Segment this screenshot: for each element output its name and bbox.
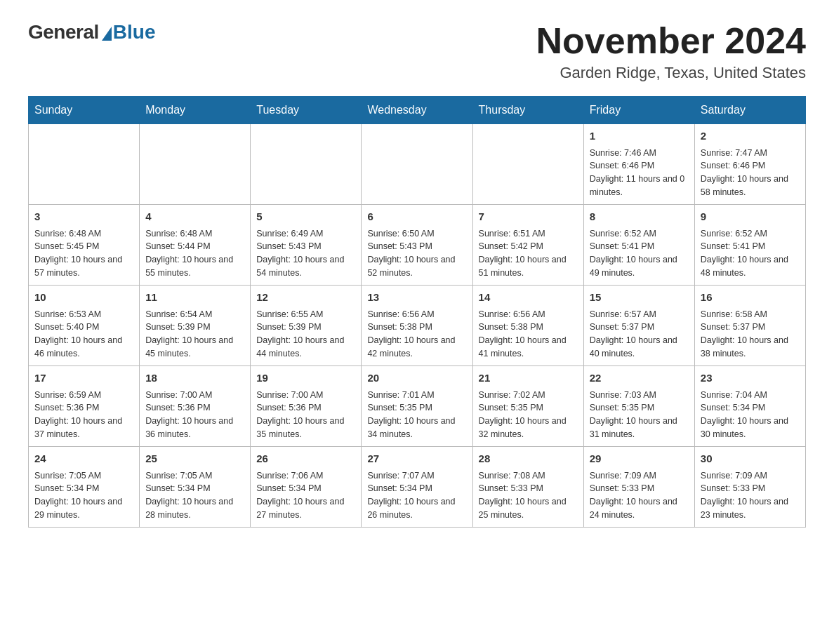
day-info: Daylight: 10 hours and 37 minutes. xyxy=(34,415,133,441)
day-number: 28 xyxy=(479,451,578,467)
day-info: Sunrise: 7:07 AM xyxy=(367,469,466,483)
day-number: 12 xyxy=(256,290,355,306)
day-info: Daylight: 10 hours and 31 minutes. xyxy=(590,415,689,441)
title-area: November 2024 Garden Ridge, Texas, Unite… xyxy=(536,21,806,82)
day-number: 29 xyxy=(590,451,689,467)
day-info: Sunrise: 6:59 AM xyxy=(34,389,133,402)
calendar-cell: 12Sunrise: 6:55 AMSunset: 5:39 PMDayligh… xyxy=(251,286,362,366)
calendar-cell: 23Sunrise: 7:04 AMSunset: 5:34 PMDayligh… xyxy=(694,366,805,447)
day-info: Sunset: 6:46 PM xyxy=(590,159,689,173)
calendar-cell: 30Sunrise: 7:09 AMSunset: 5:33 PMDayligh… xyxy=(694,447,805,528)
calendar-cell xyxy=(29,124,140,205)
calendar-cell: 11Sunrise: 6:54 AMSunset: 5:39 PMDayligh… xyxy=(140,286,251,366)
calendar-cell: 1Sunrise: 7:46 AMSunset: 6:46 PMDaylight… xyxy=(583,124,694,205)
day-info: Sunrise: 7:05 AM xyxy=(145,469,244,483)
day-info: Sunset: 5:39 PM xyxy=(256,321,355,334)
day-info: Sunset: 5:34 PM xyxy=(34,482,133,495)
day-info: Daylight: 10 hours and 25 minutes. xyxy=(479,495,578,522)
day-info: Sunset: 5:36 PM xyxy=(34,401,133,415)
calendar-cell: 10Sunrise: 6:53 AMSunset: 5:40 PMDayligh… xyxy=(29,286,140,366)
day-number: 17 xyxy=(34,370,133,387)
day-number: 22 xyxy=(590,370,689,387)
calendar-cell: 5Sunrise: 6:49 AMSunset: 5:43 PMDaylight… xyxy=(251,205,362,286)
calendar-cell: 14Sunrise: 6:56 AMSunset: 5:38 PMDayligh… xyxy=(472,286,583,366)
day-info: Sunset: 5:42 PM xyxy=(479,240,578,253)
calendar-cell: 8Sunrise: 6:52 AMSunset: 5:41 PMDaylight… xyxy=(583,205,694,286)
day-number: 30 xyxy=(701,451,800,467)
day-info: Sunset: 5:36 PM xyxy=(145,401,244,415)
day-info: Sunrise: 7:04 AM xyxy=(701,389,800,402)
day-number: 24 xyxy=(34,451,133,467)
weekday-header-row: SundayMondayTuesdayWednesdayThursdayFrid… xyxy=(29,97,806,124)
calendar-cell: 13Sunrise: 6:56 AMSunset: 5:38 PMDayligh… xyxy=(362,286,472,366)
day-info: Daylight: 10 hours and 23 minutes. xyxy=(701,495,800,522)
calendar-cell: 19Sunrise: 7:00 AMSunset: 5:36 PMDayligh… xyxy=(251,366,362,447)
logo: General Blue xyxy=(28,21,155,43)
day-info: Sunset: 5:35 PM xyxy=(590,401,689,415)
header: General Blue November 2024 Garden Ridge,… xyxy=(28,21,806,82)
week-row-5: 24Sunrise: 7:05 AMSunset: 5:34 PMDayligh… xyxy=(29,447,806,528)
calendar-cell: 21Sunrise: 7:02 AMSunset: 5:35 PMDayligh… xyxy=(472,366,583,447)
day-info: Daylight: 10 hours and 46 minutes. xyxy=(34,334,133,361)
calendar-cell: 28Sunrise: 7:08 AMSunset: 5:33 PMDayligh… xyxy=(472,447,583,528)
day-number: 3 xyxy=(34,209,133,225)
calendar-cell: 9Sunrise: 6:52 AMSunset: 5:41 PMDaylight… xyxy=(694,205,805,286)
day-number: 20 xyxy=(367,370,466,387)
day-info: Daylight: 10 hours and 44 minutes. xyxy=(256,334,355,361)
calendar-cell: 22Sunrise: 7:03 AMSunset: 5:35 PMDayligh… xyxy=(583,366,694,447)
day-info: Sunset: 5:37 PM xyxy=(701,321,800,334)
day-info: Daylight: 10 hours and 34 minutes. xyxy=(367,415,466,441)
day-number: 26 xyxy=(256,451,355,467)
calendar-cell xyxy=(472,124,583,205)
day-info: Sunset: 5:34 PM xyxy=(701,401,800,415)
day-info: Daylight: 10 hours and 27 minutes. xyxy=(256,495,355,522)
day-info: Sunset: 5:43 PM xyxy=(367,240,466,253)
day-info: Daylight: 10 hours and 49 minutes. xyxy=(590,253,689,280)
day-info: Daylight: 10 hours and 24 minutes. xyxy=(590,495,689,522)
day-number: 18 xyxy=(145,370,244,387)
day-info: Sunset: 5:41 PM xyxy=(590,240,689,253)
day-info: Daylight: 10 hours and 35 minutes. xyxy=(256,415,355,441)
day-info: Daylight: 10 hours and 38 minutes. xyxy=(701,334,800,361)
day-info: Daylight: 10 hours and 57 minutes. xyxy=(34,253,133,280)
logo-blue-text: Blue xyxy=(113,21,156,43)
calendar-cell: 3Sunrise: 6:48 AMSunset: 5:45 PMDaylight… xyxy=(29,205,140,286)
weekday-header-monday: Monday xyxy=(140,97,251,124)
day-info: Daylight: 10 hours and 30 minutes. xyxy=(701,415,800,441)
day-info: Daylight: 10 hours and 55 minutes. xyxy=(145,253,244,280)
week-row-4: 17Sunrise: 6:59 AMSunset: 5:36 PMDayligh… xyxy=(29,366,806,447)
calendar-cell: 26Sunrise: 7:06 AMSunset: 5:34 PMDayligh… xyxy=(251,447,362,528)
calendar-cell: 17Sunrise: 6:59 AMSunset: 5:36 PMDayligh… xyxy=(29,366,140,447)
day-number: 23 xyxy=(701,370,800,387)
weekday-header-thursday: Thursday xyxy=(472,97,583,124)
day-info: Sunset: 5:37 PM xyxy=(590,321,689,334)
day-info: Sunrise: 6:49 AM xyxy=(256,227,355,241)
day-info: Sunrise: 7:05 AM xyxy=(34,469,133,483)
day-number: 6 xyxy=(367,209,466,225)
day-info: Daylight: 10 hours and 52 minutes. xyxy=(367,253,466,280)
day-info: Sunrise: 6:58 AM xyxy=(701,308,800,321)
day-info: Sunrise: 6:50 AM xyxy=(367,227,466,241)
calendar-cell: 4Sunrise: 6:48 AMSunset: 5:44 PMDaylight… xyxy=(140,205,251,286)
week-row-1: 1Sunrise: 7:46 AMSunset: 6:46 PMDaylight… xyxy=(29,124,806,205)
weekday-header-tuesday: Tuesday xyxy=(251,97,362,124)
weekday-header-saturday: Saturday xyxy=(694,97,805,124)
calendar-cell: 15Sunrise: 6:57 AMSunset: 5:37 PMDayligh… xyxy=(583,286,694,366)
day-number: 5 xyxy=(256,209,355,225)
logo-general-text: General xyxy=(28,21,99,43)
day-info: Daylight: 10 hours and 26 minutes. xyxy=(367,495,466,522)
calendar-cell: 29Sunrise: 7:09 AMSunset: 5:33 PMDayligh… xyxy=(583,447,694,528)
month-title: November 2024 xyxy=(536,21,806,61)
day-info: Sunset: 5:34 PM xyxy=(367,482,466,495)
day-info: Sunrise: 6:51 AM xyxy=(479,227,578,241)
day-info: Daylight: 10 hours and 45 minutes. xyxy=(145,334,244,361)
day-number: 19 xyxy=(256,370,355,387)
day-info: Sunrise: 7:47 AM xyxy=(701,147,800,160)
day-info: Sunset: 5:35 PM xyxy=(367,401,466,415)
day-info: Sunrise: 7:01 AM xyxy=(367,389,466,402)
week-row-3: 10Sunrise: 6:53 AMSunset: 5:40 PMDayligh… xyxy=(29,286,806,366)
calendar-cell: 20Sunrise: 7:01 AMSunset: 5:35 PMDayligh… xyxy=(362,366,472,447)
day-number: 8 xyxy=(590,209,689,225)
weekday-header-sunday: Sunday xyxy=(29,97,140,124)
calendar-cell xyxy=(362,124,472,205)
